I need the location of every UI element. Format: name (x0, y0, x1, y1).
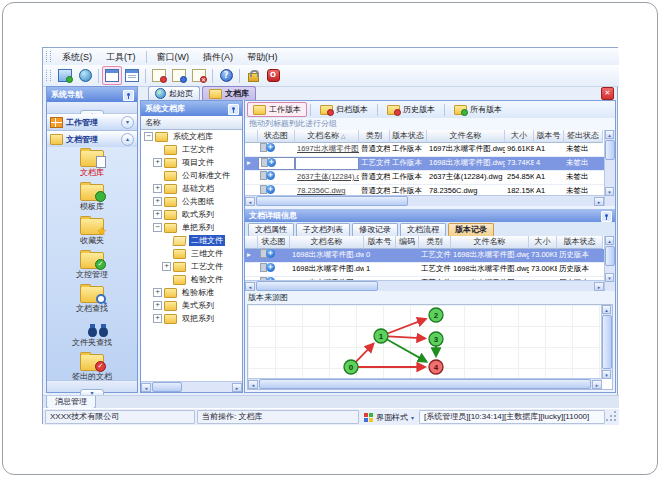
sidebar-item-文件夹查找[interactable]: 文件夹查找 (47, 317, 137, 351)
version-node-2[interactable]: 2 (429, 308, 443, 322)
version-node-1[interactable]: 1 (374, 329, 388, 343)
sidebar-item-收藏夹[interactable]: ★收藏夹 (47, 215, 137, 249)
scroll-left-icon[interactable]: ◂ (141, 383, 151, 392)
scroll-down-icon[interactable]: ▾ (602, 370, 611, 379)
tree-node-基础文档[interactable]: +基础文档 (141, 182, 242, 195)
menu-grip[interactable] (46, 51, 51, 62)
tab-文档流程[interactable]: 文档流程 (400, 223, 446, 236)
column-header-selector[interactable] (245, 236, 258, 249)
sidebar-expand-strip[interactable]: ▾ (47, 380, 137, 392)
column-header-文件名称[interactable]: 文件名称 (451, 236, 529, 249)
scroll-thumb[interactable] (602, 315, 612, 369)
tree-node-单把系列[interactable]: −单把系列 (141, 221, 242, 234)
tree-node-公共图纸[interactable]: +公共图纸 (141, 195, 242, 208)
tree-node-欧式系列[interactable]: +欧式系列 (141, 208, 242, 221)
tree-expander-icon[interactable]: + (153, 210, 162, 219)
column-header-文档名称[interactable]: 文档名称 △ (295, 130, 359, 143)
menu-item-3[interactable]: 窗口(W) (150, 49, 197, 65)
tree-expander-icon[interactable]: + (153, 197, 162, 206)
horizontal-scrollbar[interactable]: ◂▸ (245, 280, 604, 291)
exit-button[interactable]: O (263, 66, 283, 85)
globe-button[interactable] (75, 66, 95, 85)
tab-修改记录[interactable]: 修改记录 (352, 223, 398, 236)
mail-send-button[interactable] (149, 66, 169, 85)
vertical-scrollbar[interactable]: ▴▾ (604, 130, 615, 206)
tree-node-检验文件[interactable]: 检验文件 (141, 273, 242, 286)
table-row[interactable]: +1697出水嘴零件图.dwg普通文档工作版本1697出水嘴零件图.dwg96.… (245, 143, 615, 157)
table-row[interactable]: ▸+1698出水嘴零件图.dwg工艺文件工作版本1698出水嘴零件图.dwg73… (245, 157, 615, 171)
column-header-版本号[interactable]: 版本号 (364, 236, 396, 249)
scroll-thumb[interactable] (259, 379, 591, 389)
version-node-4[interactable]: 4 (429, 360, 443, 374)
工作版本-button[interactable]: 工作版本 (247, 102, 307, 117)
column-header-版本状态[interactable]: 版本状态 (557, 236, 603, 249)
scroll-right-icon[interactable]: ▸ (592, 380, 602, 389)
scroll-right-icon[interactable]: ▸ (594, 282, 604, 291)
tree-expander-icon[interactable]: + (162, 262, 171, 271)
version-node-0[interactable]: 0 (344, 360, 358, 374)
scroll-left-icon[interactable]: ◂ (245, 282, 255, 291)
sidebar-collapse-strip[interactable]: ▴ (47, 102, 137, 114)
tab-起始页[interactable]: 起始页 (148, 86, 200, 100)
sidebar-item-文档库[interactable]: 文档库 (47, 147, 137, 181)
menu-item-4[interactable]: 插件(A) (196, 49, 240, 65)
scroll-left-icon[interactable]: ◂ (248, 380, 258, 389)
column-header-大小[interactable]: 大小 (505, 130, 534, 143)
chevron-down-icon[interactable]: ▾ (121, 116, 134, 129)
scroll-right-icon[interactable]: ▸ (594, 197, 604, 206)
pin-icon[interactable] (228, 104, 239, 115)
scroll-thumb[interactable] (605, 140, 615, 160)
mail-delete-button[interactable] (189, 66, 209, 85)
column-header-类别[interactable]: 类别 (419, 236, 451, 249)
column-header-版本号[interactable]: 版本号 (534, 130, 564, 143)
tree-node-双把系列[interactable]: +双把系列 (141, 312, 242, 325)
interface-style-dropdown[interactable]: 界面样式 ▾ (361, 411, 417, 423)
mail-receive-button[interactable] (169, 66, 189, 85)
tree-horizontal-scrollbar[interactable]: ◂ ▸ (141, 381, 242, 392)
column-header-签出状态[interactable]: 签出状态 (564, 130, 603, 143)
tab-子文档列表[interactable]: 子文档列表 (296, 223, 350, 236)
sidebar-item-文档查找[interactable]: 文档查找 (47, 283, 137, 317)
new-window-button[interactable] (102, 66, 122, 85)
column-header-编码[interactable]: 编码 (396, 236, 419, 249)
sidebar-group-document-management[interactable]: 文档管理 ▴ (47, 131, 137, 148)
toolbar-grip[interactable] (46, 70, 51, 81)
lock-button[interactable] (243, 66, 263, 85)
tree-expander-icon[interactable]: + (153, 288, 162, 297)
version-node-3[interactable]: 3 (429, 332, 443, 346)
scroll-thumb[interactable] (256, 281, 378, 291)
tree-expander-icon[interactable]: − (153, 223, 162, 232)
help-button[interactable]: ? (216, 66, 236, 85)
column-header-类别[interactable]: 类别 (359, 130, 390, 143)
column-header-文件名称[interactable]: 文件名称 (427, 130, 505, 143)
tree-node-项目文件[interactable]: +项目文件 (141, 156, 242, 169)
column-header-大小[interactable]: 大小 (529, 236, 557, 249)
sidebar-item-模板库[interactable]: 模板库 (47, 181, 137, 215)
scroll-thumb[interactable] (256, 196, 408, 206)
horizontal-scrollbar[interactable]: ◂▸ (245, 195, 604, 206)
pin-icon[interactable] (601, 211, 612, 222)
column-header-版本状态[interactable]: 版本状态 (390, 130, 427, 143)
column-header-selector[interactable] (245, 130, 258, 143)
scroll-up-icon[interactable]: ▴ (605, 236, 614, 245)
tree-node-美式系列[interactable]: +美式系列 (141, 299, 242, 312)
tree-expander-icon[interactable]: − (144, 132, 153, 141)
scroll-up-icon[interactable]: ▴ (605, 130, 614, 139)
graph-horizontal-scrollbar[interactable]: ◂▸ (248, 378, 602, 389)
tree-column-header[interactable]: 名称 (141, 116, 242, 130)
tree-expander-icon[interactable]: + (153, 314, 162, 323)
interface-style-button[interactable] (55, 66, 75, 85)
tab-文档库[interactable]: 文档库 (202, 86, 256, 100)
sidebar-item-签出的文档[interactable]: ✓签出的文档 (47, 351, 137, 381)
scroll-up-icon[interactable]: ▴ (602, 305, 611, 314)
scroll-thumb[interactable] (152, 382, 182, 392)
tree-node-公司标准文件[interactable]: 公司标准文件 (141, 169, 242, 182)
归档版本-button[interactable]: 归档版本 (314, 102, 374, 117)
column-header-文档名称[interactable]: 文档名称 (290, 236, 364, 249)
tree-node-三维文件[interactable]: 三维文件 (141, 247, 242, 260)
scroll-thumb[interactable] (605, 246, 615, 266)
tree-expander-icon[interactable]: + (153, 184, 162, 193)
scroll-left-icon[interactable]: ◂ (245, 197, 255, 206)
tree-node-检验标准[interactable]: +检验标准 (141, 286, 242, 299)
sidebar-item-文控管理[interactable]: ✓文控管理 (47, 249, 137, 283)
